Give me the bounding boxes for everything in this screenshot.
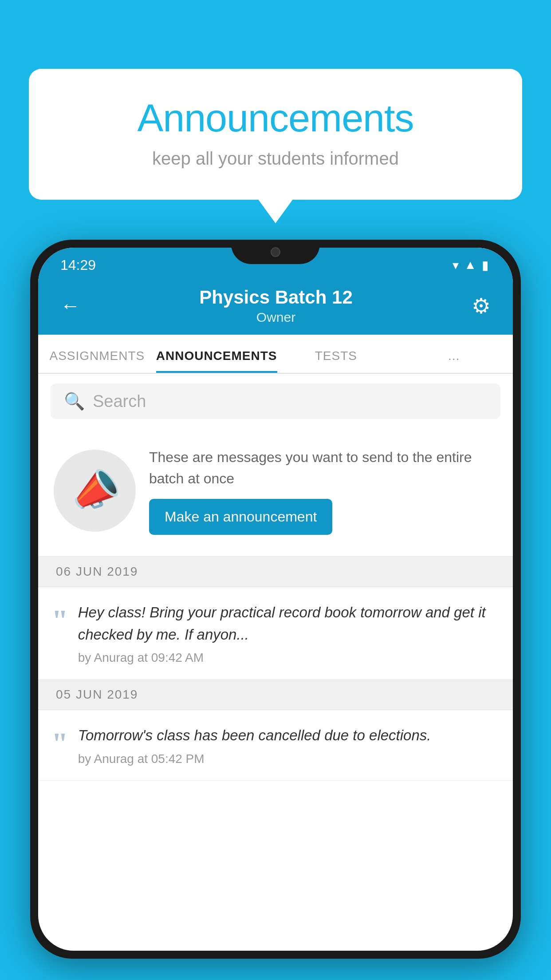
megaphone-icon: 📣 — [65, 462, 125, 519]
announcement-item-1: " Hey class! Bring your practical record… — [38, 587, 513, 680]
announcement-message-1: Hey class! Bring your practical record b… — [78, 601, 497, 645]
phone-frame: 14:29 ▾ ▲ ▮ ← Physics Batch 12 Owner ⚙ A… — [30, 240, 521, 959]
phone-screen: 14:29 ▾ ▲ ▮ ← Physics Batch 12 Owner ⚙ A… — [38, 248, 513, 951]
signal-icon: ▲ — [464, 258, 476, 272]
tabs-container: ASSIGNMENTS ANNOUNCEMENTS TESTS ... — [38, 335, 513, 374]
announcement-content-2: Tomorrow's class has been cancelled due … — [78, 724, 497, 766]
announcement-content-1: Hey class! Bring your practical record b… — [78, 601, 497, 665]
tab-assignments[interactable]: ASSIGNMENTS — [38, 349, 156, 373]
camera-dot — [271, 247, 280, 257]
promo-section: 📣 These are messages you want to send to… — [38, 429, 513, 557]
announcement-message-2: Tomorrow's class has been cancelled due … — [78, 724, 497, 747]
date-divider-1: 06 JUN 2019 — [38, 557, 513, 587]
speech-bubble-subtitle: keep all your students informed — [64, 149, 487, 169]
settings-icon[interactable]: ⚙ — [472, 293, 491, 318]
back-button[interactable]: ← — [60, 294, 80, 317]
quote-icon-1: " — [51, 605, 68, 635]
date-divider-2: 05 JUN 2019 — [38, 680, 513, 710]
battery-icon: ▮ — [482, 258, 488, 273]
megaphone-circle: 📣 — [54, 450, 136, 532]
make-announcement-button[interactable]: Make an announcement — [149, 499, 332, 535]
search-container: 🔍 Search — [38, 374, 513, 429]
announcement-meta-2: by Anurag at 05:42 PM — [78, 752, 497, 766]
search-bar[interactable]: 🔍 Search — [51, 383, 500, 419]
tab-announcements[interactable]: ANNOUNCEMENTS — [156, 349, 277, 373]
promo-content: These are messages you want to send to t… — [149, 447, 497, 535]
tab-tests[interactable]: TESTS — [277, 349, 395, 373]
wifi-icon: ▾ — [453, 258, 459, 273]
tab-more[interactable]: ... — [395, 349, 513, 373]
status-icons: ▾ ▲ ▮ — [453, 258, 488, 273]
search-icon: 🔍 — [64, 391, 85, 411]
announcement-meta-1: by Anurag at 09:42 AM — [78, 651, 497, 665]
header-title: Physics Batch 12 — [199, 287, 353, 308]
quote-icon-2: " — [51, 728, 68, 758]
status-time: 14:29 — [60, 257, 96, 273]
search-placeholder: Search — [93, 392, 146, 411]
announcement-item-2: " Tomorrow's class has been cancelled du… — [38, 710, 513, 781]
speech-bubble-card: Announcements keep all your students inf… — [29, 69, 522, 200]
phone-outer: 14:29 ▾ ▲ ▮ ← Physics Batch 12 Owner ⚙ A… — [30, 240, 521, 980]
app-header: ← Physics Batch 12 Owner ⚙ — [38, 279, 513, 335]
phone-notch — [231, 240, 320, 264]
speech-bubble-arrow — [258, 199, 293, 223]
header-center: Physics Batch 12 Owner — [199, 287, 353, 325]
header-subtitle: Owner — [199, 310, 353, 325]
speech-bubble-section: Announcements keep all your students inf… — [29, 69, 522, 223]
promo-description: These are messages you want to send to t… — [149, 447, 497, 489]
speech-bubble-title: Announcements — [64, 95, 487, 141]
